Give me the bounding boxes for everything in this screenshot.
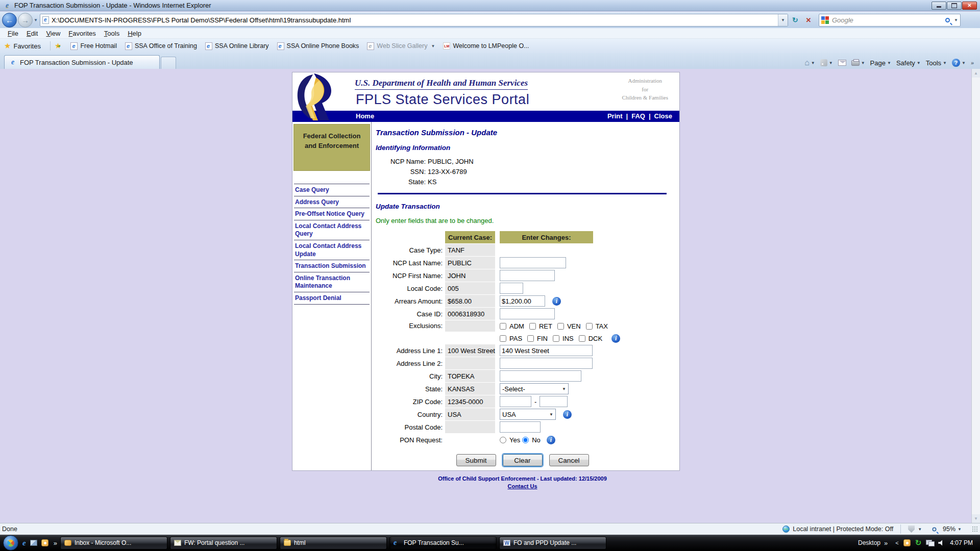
vertical-scrollbar[interactable]: ▲ ▼ bbox=[971, 69, 980, 523]
pon-no-radio[interactable] bbox=[522, 437, 529, 443]
state-select[interactable]: -Select-▼ bbox=[500, 383, 569, 394]
favorite-lmpeople[interactable]: Welcome to LMPeople O... bbox=[439, 41, 533, 51]
close-button[interactable] bbox=[962, 2, 977, 10]
sidebar-link-online-transaction-maintenance[interactable]: Online Transaction Maintenance bbox=[294, 272, 370, 292]
info-icon[interactable] bbox=[563, 410, 572, 419]
address-url[interactable]: X:\DOCUMENTS-IN-PROGRESS\FPLS Portal Dem… bbox=[52, 16, 778, 24]
stop-button[interactable]: ✕ bbox=[802, 14, 815, 27]
checkbox-ven[interactable] bbox=[557, 323, 564, 330]
country-select[interactable]: USA▼ bbox=[500, 409, 556, 420]
overflow-chevron-icon[interactable]: » bbox=[971, 60, 974, 66]
menu-favorites[interactable]: Favorites bbox=[65, 29, 99, 38]
desktop-toolbar[interactable]: Desktop» bbox=[858, 539, 891, 547]
submit-button[interactable]: Submit bbox=[456, 454, 496, 466]
chevron-down-icon[interactable]: ▼ bbox=[918, 527, 922, 532]
history-dropdown-icon[interactable]: ▼ bbox=[34, 18, 38, 22]
forward-button[interactable]: → bbox=[18, 13, 33, 28]
info-icon[interactable] bbox=[611, 334, 620, 343]
tab-fop-transaction-submission[interactable]: FOP Transaction Submission - Update bbox=[4, 55, 160, 69]
search-icon[interactable] bbox=[945, 18, 950, 22]
safety-menu[interactable]: Safety▼ bbox=[896, 59, 921, 67]
pon-yes-radio[interactable] bbox=[500, 437, 506, 443]
minimize-button[interactable] bbox=[932, 2, 946, 10]
taskbar-button-fw-portal-question[interactable]: FW: Portal question ... bbox=[170, 537, 277, 549]
address-dropdown-icon[interactable]: ▼ bbox=[778, 14, 788, 26]
show-desktop-icon[interactable] bbox=[30, 540, 37, 546]
cancel-button[interactable]: Cancel bbox=[549, 454, 589, 466]
postal-code-input[interactable] bbox=[500, 421, 541, 433]
arrears-amount-input[interactable] bbox=[500, 295, 545, 307]
menu-view[interactable]: View bbox=[42, 29, 64, 38]
address-bar[interactable]: X:\DOCUMENTS-IN-PROGRESS\FPLS Portal Dem… bbox=[40, 14, 788, 27]
help-menu[interactable]: ▼ bbox=[952, 59, 966, 67]
contact-us-link[interactable]: Contact Us bbox=[507, 483, 537, 489]
add-to-favorites-icon[interactable]: ★ bbox=[55, 41, 61, 51]
feeds-button[interactable]: ▼ bbox=[820, 59, 833, 66]
shield-icon[interactable] bbox=[908, 525, 915, 533]
volume-icon[interactable] bbox=[938, 540, 944, 546]
menu-file[interactable]: File bbox=[4, 29, 22, 38]
favorite-ssa-online-phone-books[interactable]: SSA Online Phone Books bbox=[273, 41, 363, 52]
favorite-free-hotmail[interactable]: Free Hotmail bbox=[66, 41, 121, 52]
start-button[interactable] bbox=[3, 535, 18, 550]
search-box[interactable]: Google ▼ bbox=[819, 14, 961, 27]
zip-plus4-input[interactable] bbox=[540, 396, 568, 407]
case-id-input[interactable] bbox=[500, 308, 555, 319]
network-icon[interactable] bbox=[926, 540, 934, 546]
info-icon[interactable] bbox=[547, 436, 555, 444]
menu-help[interactable]: Help bbox=[124, 29, 145, 38]
print-button[interactable]: ▼ bbox=[851, 60, 865, 66]
ncp-last-name-input[interactable] bbox=[500, 257, 566, 268]
nav-close-link[interactable]: Close bbox=[654, 112, 672, 120]
menu-edit[interactable]: Edit bbox=[23, 29, 41, 38]
taskbar-button-fop-transaction[interactable]: FOP Transaction Su... bbox=[389, 537, 497, 549]
taskbar-button-inbox[interactable]: Inbox - Microsoft O... bbox=[60, 537, 167, 549]
zoom-control[interactable]: 95% ▼ bbox=[932, 525, 962, 533]
search-placeholder[interactable]: Google bbox=[832, 16, 945, 24]
ncp-first-name-input[interactable] bbox=[500, 270, 555, 281]
info-icon[interactable] bbox=[552, 297, 561, 306]
nav-faq-link[interactable]: FAQ bbox=[631, 112, 645, 120]
search-dropdown-icon[interactable]: ▼ bbox=[954, 18, 958, 22]
clear-button[interactable]: Clear bbox=[503, 454, 543, 466]
home-button[interactable]: ▼ bbox=[804, 58, 815, 67]
chevron-down-icon[interactable]: ▼ bbox=[958, 527, 962, 532]
sidebar-link-pre-offset-notice-query[interactable]: Pre-Offset Notice Query bbox=[294, 208, 370, 220]
quick-launch-ie-icon[interactable] bbox=[22, 539, 26, 547]
back-button[interactable]: ← bbox=[2, 13, 17, 28]
refresh-button[interactable]: ↻ bbox=[789, 14, 801, 27]
favorites-star-icon[interactable]: ★ bbox=[4, 41, 11, 51]
sync-icon[interactable] bbox=[915, 538, 922, 547]
sidebar-link-local-contact-address-update[interactable]: Local Contact Address Update bbox=[294, 240, 370, 260]
checkbox-dck[interactable] bbox=[579, 335, 585, 342]
favorite-web-slice-gallery[interactable]: Web Slice Gallery ▼ bbox=[363, 41, 439, 52]
checkbox-tax[interactable] bbox=[586, 323, 593, 330]
quick-launch-outlook-icon[interactable] bbox=[41, 539, 48, 546]
taskbar-clock[interactable]: 4:07 PM bbox=[950, 539, 973, 546]
maximize-button[interactable] bbox=[947, 2, 962, 10]
favorites-button[interactable]: Favorites bbox=[13, 42, 40, 50]
zip-code-input[interactable] bbox=[500, 396, 531, 407]
sidebar-link-passport-denial[interactable]: Passport Denial bbox=[294, 292, 370, 305]
quick-launch-overflow-chevron[interactable]: » bbox=[54, 539, 57, 547]
local-code-input[interactable] bbox=[500, 283, 523, 294]
tools-menu[interactable]: Tools▼ bbox=[926, 59, 947, 67]
favorite-ssa-office-of-training[interactable]: SSA Office of Training bbox=[121, 41, 201, 52]
scroll-down-icon[interactable]: ▼ bbox=[972, 514, 980, 523]
checkbox-ins[interactable] bbox=[553, 335, 559, 342]
city-input[interactable] bbox=[500, 370, 581, 382]
taskbar-button-html-folder[interactable]: html bbox=[280, 537, 387, 549]
tray-expand-chevron[interactable]: < bbox=[895, 540, 898, 546]
read-mail-button[interactable] bbox=[838, 60, 846, 66]
nav-home-link[interactable]: Home bbox=[356, 112, 374, 120]
favorite-ssa-online-library[interactable]: SSA Online Library bbox=[201, 41, 273, 52]
checkbox-fin[interactable] bbox=[527, 335, 534, 342]
taskbar-button-fo-ppd-update[interactable]: FO and PPD Update ... bbox=[499, 537, 606, 549]
new-tab-button[interactable] bbox=[161, 57, 176, 69]
menu-tools[interactable]: Tools bbox=[101, 29, 123, 38]
chevron-down-icon[interactable]: ▼ bbox=[431, 44, 435, 48]
address-line-2-input[interactable] bbox=[500, 358, 593, 369]
sidebar-link-transaction-submission[interactable]: Transaction Submission bbox=[294, 260, 370, 272]
sidebar-link-case-query[interactable]: Case Query bbox=[294, 184, 370, 196]
tray-outlook-icon[interactable] bbox=[903, 539, 911, 546]
